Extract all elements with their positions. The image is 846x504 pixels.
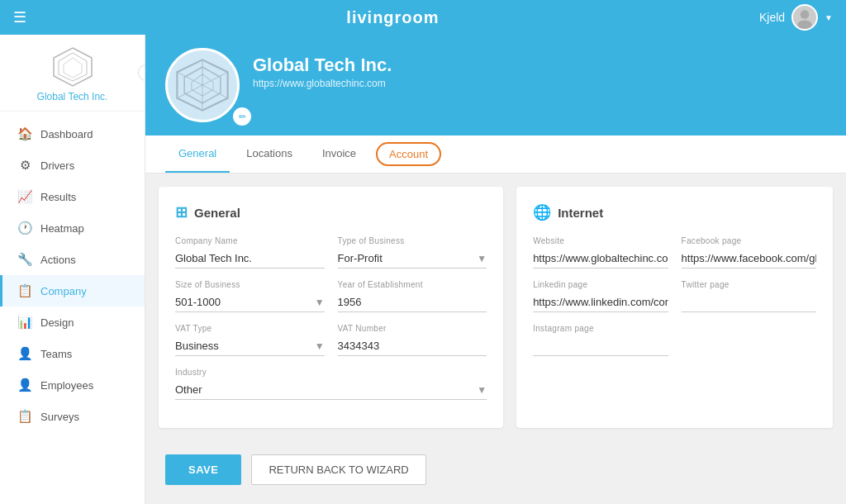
- industry-select[interactable]: Technology Finance Healthcare Education …: [175, 380, 487, 400]
- type-of-business-field: Type of Business For-Profit Non-Profit G…: [338, 236, 487, 269]
- actions-icon: 🔧: [17, 252, 32, 267]
- website-label: Website: [533, 236, 668, 245]
- internet-panel-icon: 🌐: [533, 203, 551, 221]
- vat-type-label: VAT Type: [175, 324, 325, 333]
- drivers-icon: ⚙: [17, 158, 32, 173]
- year-input[interactable]: [338, 292, 487, 312]
- sidebar-item-heatmap[interactable]: 🕐 Heatmap: [0, 212, 145, 244]
- sidebar-item-surveys[interactable]: 📋 Surveys: [0, 401, 145, 432]
- year-field: Year of Establishment: [338, 280, 487, 312]
- industry-label: Industry: [175, 368, 487, 377]
- company-banner: Global Tech Inc. https://www.globaltechi…: [145, 35, 846, 136]
- results-icon: 📈: [17, 189, 32, 204]
- vat-type-field: VAT Type Business Personal ▼: [175, 324, 325, 356]
- size-of-business-wrapper: 1-50 51-200 201-500 501-1000 1001+ ▼: [175, 292, 325, 312]
- internet-panel-header: 🌐 Internet: [533, 203, 816, 221]
- avatar: [791, 4, 818, 31]
- vat-number-input[interactable]: [338, 336, 487, 356]
- heatmap-icon: 🕐: [17, 221, 32, 235]
- type-of-business-select[interactable]: For-Profit Non-Profit Government: [338, 249, 487, 269]
- tab-invoice[interactable]: Invoice: [309, 136, 369, 173]
- app-title: livingroom: [26, 8, 759, 27]
- user-menu[interactable]: Kjeld ▼: [759, 4, 833, 31]
- sidebar-item-actions[interactable]: 🔧 Actions: [0, 244, 145, 275]
- sidebar-item-design[interactable]: 📊 Design: [0, 307, 145, 338]
- company-logo-circle: [165, 48, 240, 122]
- company-name-input[interactable]: [175, 249, 325, 269]
- general-panel-icon: ⊞: [175, 203, 188, 221]
- industry-wrapper: Technology Finance Healthcare Education …: [175, 380, 487, 400]
- sidebar-item-drivers[interactable]: ⚙ Drivers: [0, 150, 145, 181]
- vat-type-wrapper: Business Personal ▼: [175, 336, 325, 356]
- svg-point-1: [797, 21, 812, 30]
- teams-icon: 👤: [17, 346, 32, 361]
- hamburger-menu-icon[interactable]: ☰: [13, 8, 26, 26]
- company-name-label: Company Name: [175, 236, 325, 245]
- sidebar-label-drivers: Drivers: [40, 159, 74, 172]
- general-panel-header: ⊞ General: [175, 203, 487, 221]
- company-url: https://www.globaltechinc.com: [253, 78, 392, 89]
- internet-panel: 🌐 Internet Website Facebook page L: [516, 187, 833, 428]
- linkedin-label: Linkedin page: [533, 280, 668, 289]
- year-label: Year of Establishment: [338, 280, 487, 289]
- facebook-field: Facebook page: [682, 236, 816, 269]
- type-of-business-wrapper: For-Profit Non-Profit Government ▼: [338, 249, 487, 269]
- edit-company-button[interactable]: ✏: [233, 107, 251, 126]
- tab-account[interactable]: Account: [376, 142, 441, 166]
- save-button[interactable]: SAVE: [165, 454, 241, 485]
- tab-general[interactable]: General: [165, 136, 230, 173]
- form-area: ⊞ General Company Name Type of Business …: [145, 174, 846, 441]
- design-icon: 📊: [17, 315, 32, 330]
- sidebar-item-dashboard[interactable]: 🏠 Dashboard: [0, 118, 145, 150]
- size-of-business-field: Size of Business 1-50 51-200 201-500 501…: [175, 280, 325, 312]
- placeholder-field: [682, 324, 816, 356]
- dashboard-icon: 🏠: [17, 126, 32, 141]
- sidebar-label-design: Design: [40, 316, 74, 329]
- instagram-input[interactable]: [533, 336, 668, 356]
- twitter-input[interactable]: [682, 292, 816, 312]
- twitter-label: Twitter page: [682, 280, 816, 289]
- website-field: Website: [533, 236, 668, 269]
- size-of-business-label: Size of Business: [175, 280, 325, 289]
- surveys-icon: 📋: [17, 409, 32, 424]
- sidebar: Global Tech Inc. ‹ 🏠 Dashboard ⚙ Drivers…: [0, 35, 145, 504]
- return-wizard-button[interactable]: RETURN BACK TO WIZARD: [251, 454, 425, 485]
- size-of-business-select[interactable]: 1-50 51-200 201-500 501-1000 1001+: [175, 292, 325, 312]
- bottom-actions: SAVE RETURN BACK TO WIZARD: [145, 441, 846, 498]
- sidebar-collapse-button[interactable]: ‹: [138, 64, 145, 81]
- top-navigation: ☰ livingroom Kjeld ▼: [0, 0, 846, 35]
- general-panel-title: General: [194, 206, 240, 220]
- type-of-business-label: Type of Business: [338, 236, 487, 245]
- sidebar-label-company: Company: [40, 285, 87, 297]
- facebook-input[interactable]: [682, 249, 816, 269]
- company-logo-icon: [52, 46, 93, 88]
- sidebar-label-employees: Employees: [40, 379, 93, 392]
- sidebar-label-actions: Actions: [40, 254, 76, 266]
- employees-icon: 👤: [17, 378, 32, 392]
- industry-field: Industry Technology Finance Healthcare E…: [175, 368, 487, 400]
- tab-locations[interactable]: Locations: [233, 136, 306, 173]
- sidebar-item-company[interactable]: 📋 Company: [0, 275, 145, 307]
- svg-point-0: [801, 10, 810, 19]
- vat-type-select[interactable]: Business Personal: [175, 336, 325, 356]
- company-icon: 📋: [17, 283, 32, 298]
- sidebar-item-teams[interactable]: 👤 Teams: [0, 338, 145, 369]
- sidebar-item-employees[interactable]: 👤 Employees: [0, 369, 145, 401]
- sidebar-label-results: Results: [40, 191, 76, 203]
- sidebar-label-heatmap: Heatmap: [40, 222, 84, 235]
- sidebar-label-surveys: Surveys: [40, 411, 79, 423]
- general-panel: ⊞ General Company Name Type of Business …: [159, 187, 503, 428]
- vat-number-label: VAT Number: [338, 324, 487, 333]
- vat-number-field: VAT Number: [338, 324, 487, 356]
- user-name-label: Kjeld: [759, 11, 785, 24]
- user-dropdown-icon[interactable]: ▼: [825, 13, 833, 22]
- linkedin-input[interactable]: [533, 292, 668, 312]
- company-name-field: Company Name: [175, 236, 325, 269]
- company-name: Global Tech Inc.: [253, 55, 392, 76]
- twitter-field: Twitter page: [682, 280, 816, 312]
- sidebar-item-results[interactable]: 📈 Results: [0, 181, 145, 212]
- facebook-label: Facebook page: [682, 236, 816, 245]
- website-input[interactable]: [533, 249, 668, 269]
- instagram-label: Instagram page: [533, 324, 668, 333]
- company-info: Global Tech Inc. https://www.globaltechi…: [253, 48, 392, 89]
